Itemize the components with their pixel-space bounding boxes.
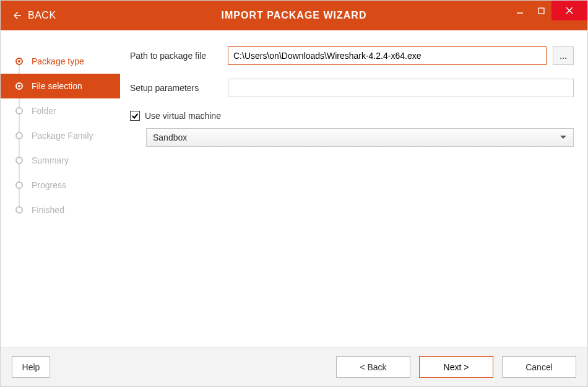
step-marker-icon — [15, 132, 23, 139]
back-label: BACK — [28, 10, 56, 21]
step-marker-icon — [15, 107, 23, 115]
step-marker-icon — [15, 157, 23, 164]
maximize-icon — [538, 7, 545, 14]
vm-select[interactable]: Sandbox — [146, 128, 574, 147]
footer-bar: Help < Back Next > Cancel — [1, 347, 587, 386]
step-label: Progress — [32, 180, 66, 190]
check-icon — [131, 112, 139, 120]
close-button[interactable] — [551, 1, 587, 20]
close-icon — [565, 6, 574, 15]
vm-select-value: Sandbox — [153, 133, 187, 142]
minimize-icon — [516, 7, 524, 14]
step-progress[interactable]: Progress — [1, 173, 120, 198]
step-label: Package type — [32, 56, 84, 66]
step-package-type[interactable]: Package type — [1, 49, 120, 74]
back-arrow-icon — [12, 10, 23, 21]
step-summary[interactable]: Summary — [1, 148, 120, 173]
use-vm-label: Use virtual machine — [145, 111, 221, 121]
path-label: Path to package file — [130, 51, 228, 61]
step-marker-icon — [15, 181, 23, 189]
step-label: Summary — [32, 155, 69, 165]
back-button[interactable]: BACK — [1, 1, 67, 30]
step-marker-icon — [15, 82, 23, 90]
setup-row: Setup parameters — [130, 79, 574, 97]
wizard-steps: Package type File selection Folder Packa… — [1, 30, 120, 347]
step-label: Finished — [32, 205, 64, 215]
chevron-down-icon — [560, 134, 567, 141]
step-label: File selection — [32, 81, 82, 91]
step-marker-icon — [15, 206, 23, 214]
step-file-selection[interactable]: File selection — [1, 74, 120, 98]
setup-input[interactable] — [228, 79, 574, 97]
minimize-button[interactable] — [509, 1, 530, 20]
cancel-button[interactable]: Cancel — [502, 356, 576, 378]
title-bar: BACK IMPORT PACKAGE WIZARD — [1, 1, 587, 30]
footer-right: < Back Next > Cancel — [336, 356, 576, 378]
step-marker-icon — [15, 58, 23, 65]
maximize-button[interactable] — [530, 1, 551, 20]
path-input[interactable] — [228, 46, 547, 65]
setup-label: Setup parameters — [130, 83, 228, 93]
path-row: Path to package file ... — [130, 46, 574, 65]
use-vm-checkbox[interactable] — [130, 111, 140, 121]
step-folder[interactable]: Folder — [1, 98, 120, 123]
step-finished[interactable]: Finished — [1, 198, 120, 222]
step-label: Package Family — [32, 131, 93, 141]
window-controls — [509, 1, 587, 30]
next-button[interactable]: Next > — [419, 356, 493, 378]
step-label: Folder — [32, 106, 56, 116]
step-package-family[interactable]: Package Family — [1, 123, 120, 148]
use-vm-row: Use virtual machine — [130, 111, 574, 121]
form-panel: Path to package file ... Setup parameter… — [120, 30, 587, 347]
browse-button[interactable]: ... — [553, 46, 574, 65]
back-nav-button[interactable]: < Back — [336, 356, 410, 378]
help-button[interactable]: Help — [12, 356, 50, 378]
svg-rect-1 — [538, 8, 544, 14]
main-content: Package type File selection Folder Packa… — [1, 30, 587, 347]
window-title: IMPORT PACKAGE WIZARD — [222, 10, 367, 21]
